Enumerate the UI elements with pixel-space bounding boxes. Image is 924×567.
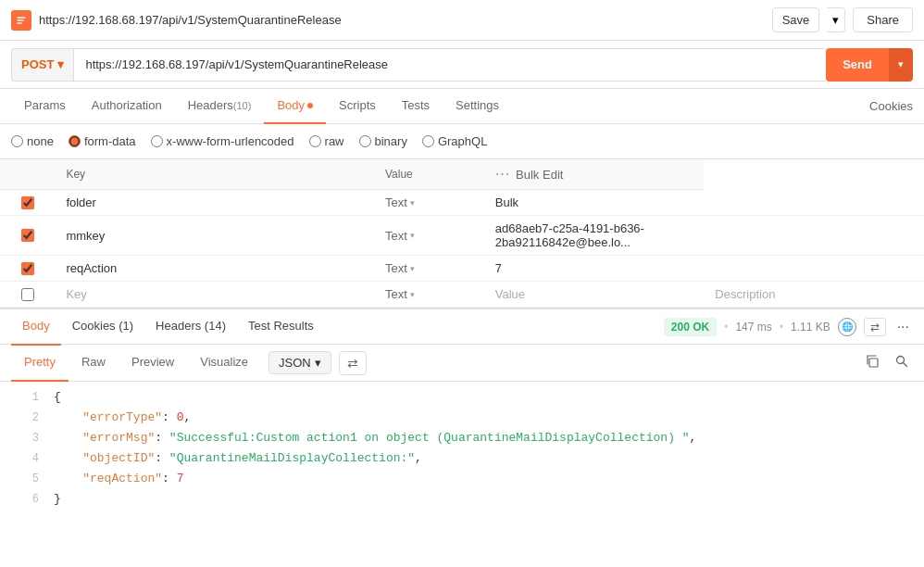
response-time: 147 ms xyxy=(735,321,771,334)
row-description[interactable] xyxy=(704,190,924,216)
table-row: Key Text ▾ Value Description xyxy=(0,282,924,308)
row-description[interactable] xyxy=(704,216,924,256)
type-label: Text xyxy=(385,287,407,301)
svg-line-3 xyxy=(904,362,907,366)
type-chevron: ▾ xyxy=(410,264,415,273)
line-number: 1 xyxy=(11,388,39,407)
code-line: 3 "errorMsg": "Successful:Custom action1… xyxy=(0,428,924,448)
row-type[interactable]: Text ▾ xyxy=(374,190,484,216)
tab-params[interactable]: Params xyxy=(11,89,79,124)
params-table: Key Value ··· Bulk Edit xyxy=(0,159,924,308)
top-bar-left: https://192.168.68.197/api/v1/SystemQuar… xyxy=(11,10,342,31)
format-tab-visualize[interactable]: Visualize xyxy=(187,345,261,382)
postman-icon xyxy=(11,10,31,31)
wrap-toggle-button[interactable]: ⇄ xyxy=(864,318,886,336)
save-arrow-button[interactable]: ▾ xyxy=(827,7,845,32)
request-tabs: Params Authorization Headers (10) Body S… xyxy=(0,89,924,124)
row-description[interactable] xyxy=(704,256,924,282)
option-binary[interactable]: binary xyxy=(359,134,407,148)
col-description: ··· Bulk Edit xyxy=(484,159,705,190)
row-key[interactable]: mmkey xyxy=(55,216,374,256)
cookies-link[interactable]: Cookies xyxy=(869,99,913,113)
row-value[interactable]: Value xyxy=(484,282,705,308)
row-checkbox-cell xyxy=(0,282,55,308)
line-content: "errorMsg": "Successful:Custom action1 o… xyxy=(54,428,696,448)
bulk-edit-icon[interactable]: ··· xyxy=(495,166,510,183)
more-options-button[interactable]: ··· xyxy=(893,315,913,339)
row-key[interactable]: reqAction xyxy=(55,256,374,282)
format-tab-preview[interactable]: Preview xyxy=(119,345,187,382)
tab-authorization[interactable]: Authorization xyxy=(79,89,175,124)
svg-rect-1 xyxy=(869,359,878,367)
row-checkbox-cell xyxy=(0,216,55,256)
method-chevron: ▾ xyxy=(57,57,64,71)
row-type[interactable]: Text ▾ xyxy=(374,216,484,256)
row-checkbox[interactable] xyxy=(21,288,34,301)
row-value[interactable]: Bulk xyxy=(484,190,705,216)
option-urlencoded[interactable]: x-www-form-urlencoded xyxy=(151,134,294,148)
bulk-edit-button[interactable]: Bulk Edit xyxy=(516,168,563,182)
response-tabs-row: Body Cookies (1) Headers (14) Test Resul… xyxy=(0,308,924,345)
line-content: "reqAction": 7 xyxy=(54,469,183,489)
send-main-button[interactable]: Send xyxy=(826,48,889,82)
table-header-row: Key Value ··· Bulk Edit xyxy=(0,159,924,190)
save-button[interactable]: Save xyxy=(772,7,820,32)
row-description[interactable]: Description xyxy=(704,282,924,308)
row-type[interactable]: Text ▾ xyxy=(374,282,484,308)
line-content: "objectID": "QuarantineMailDisplayCollec… xyxy=(54,448,422,469)
row-checkbox[interactable] xyxy=(21,262,34,275)
params-table-body: folder Text ▾ Bulk mmkey Text ▾ ad68aeb7… xyxy=(0,190,924,308)
tab-tests[interactable]: Tests xyxy=(389,89,443,124)
type-chevron: ▾ xyxy=(410,231,415,240)
json-response-body: 1{2 "errorType": 0,3 "errorMsg": "Succes… xyxy=(0,382,924,567)
type-chevron: ▾ xyxy=(410,290,415,299)
wrap-icon-button[interactable]: ⇄ xyxy=(339,351,367,375)
row-key[interactable]: folder xyxy=(55,190,374,216)
table-row: reqAction Text ▾ 7 xyxy=(0,256,924,282)
send-dropdown-button[interactable]: ▾ xyxy=(889,48,913,82)
resp-tab-headers[interactable]: Headers (14) xyxy=(144,309,237,346)
search-response-button[interactable] xyxy=(891,350,913,376)
resp-tab-cookies[interactable]: Cookies (1) xyxy=(61,309,144,346)
type-label: Text xyxy=(385,229,407,243)
row-value[interactable]: 7 xyxy=(484,256,705,282)
row-value[interactable]: ad68aeb7-c25a-4191-b636-2ba92116842e@bee… xyxy=(484,216,705,256)
resp-tab-test-results[interactable]: Test Results xyxy=(237,309,325,346)
url-input[interactable] xyxy=(73,48,826,82)
format-tab-raw[interactable]: Raw xyxy=(69,345,119,382)
line-content: { xyxy=(54,387,61,408)
share-button[interactable]: Share xyxy=(853,7,913,32)
option-none[interactable]: none xyxy=(11,134,54,148)
body-dot xyxy=(307,103,313,108)
line-number: 4 xyxy=(11,449,39,468)
row-type[interactable]: Text ▾ xyxy=(374,256,484,282)
params-table-container: Key Value ··· Bulk Edit xyxy=(0,159,924,308)
tab-body[interactable]: Body xyxy=(264,89,326,124)
code-line: 1{ xyxy=(0,387,924,408)
send-button-group: Send ▾ xyxy=(826,48,913,82)
row-checkbox-cell xyxy=(0,190,55,216)
page-url-title: https://192.168.68.197/api/v1/SystemQuar… xyxy=(39,13,342,27)
json-dropdown-chevron: ▾ xyxy=(315,356,321,370)
json-format-dropdown[interactable]: JSON ▾ xyxy=(268,351,331,374)
app-container: https://192.168.68.197/api/v1/SystemQuar… xyxy=(0,0,924,567)
option-raw[interactable]: raw xyxy=(309,134,344,148)
globe-icon: 🌐 xyxy=(838,318,856,336)
code-line: 6} xyxy=(0,489,924,510)
copy-response-button[interactable] xyxy=(861,350,883,376)
method-label: POST xyxy=(21,57,54,71)
method-select[interactable]: POST ▾ xyxy=(11,48,73,82)
type-label: Text xyxy=(385,261,407,275)
row-checkbox[interactable] xyxy=(21,229,34,242)
tab-headers[interactable]: Headers (10) xyxy=(175,89,265,124)
tab-settings[interactable]: Settings xyxy=(443,89,512,124)
row-key[interactable]: Key xyxy=(55,282,374,308)
option-graphql[interactable]: GraphQL xyxy=(422,134,487,148)
tab-scripts[interactable]: Scripts xyxy=(326,89,389,124)
resp-tab-body[interactable]: Body xyxy=(11,309,61,346)
row-checkbox[interactable] xyxy=(21,196,34,209)
format-tabs: Pretty Raw Preview Visualize JSON ▾ ⇄ xyxy=(0,345,924,382)
option-form-data[interactable]: form-data xyxy=(69,134,136,148)
body-options: none form-data x-www-form-urlencoded raw… xyxy=(0,124,924,159)
format-tab-pretty[interactable]: Pretty xyxy=(11,345,69,382)
